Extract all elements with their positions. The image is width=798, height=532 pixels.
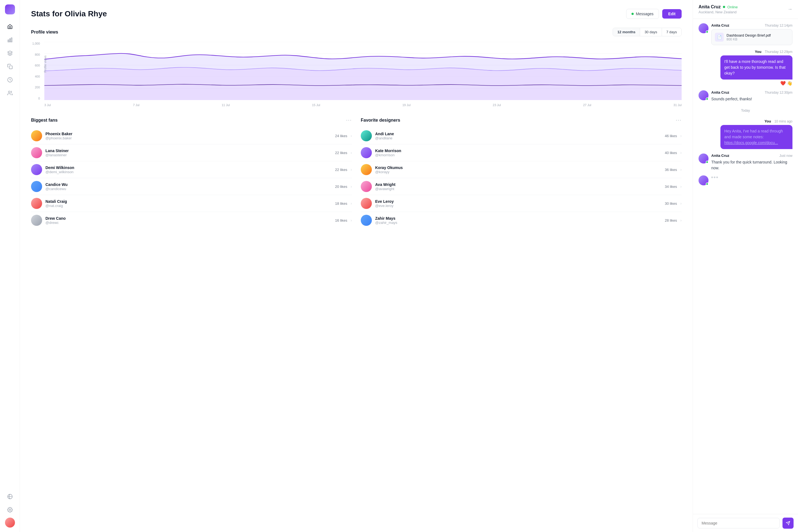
chevron-icon[interactable]: › [350,167,352,172]
chart-svg-area: Profile views [44,42,682,100]
chat-user-name: Anita Cruz Online [699,4,738,10]
profile-views-section: Profile views 12 months 30 days 7 days 1… [31,28,682,108]
sidebar-item-home[interactable] [4,21,16,32]
chevron-icon[interactable]: › [680,167,682,172]
designer-handle: @eve.leroy [375,204,665,208]
chevron-icon[interactable]: › [350,201,352,206]
edit-button[interactable]: Edit [662,9,682,19]
chart-title: Profile views [31,30,58,35]
designer-likes: 36 likes [665,168,677,172]
designer-name: Kate Morrison [375,149,665,153]
designer-name: Ava Wright [375,182,665,187]
chevron-icon[interactable]: › [680,184,682,189]
fan-likes: 20 likes [335,185,347,189]
sidebar-item-copy[interactable] [4,61,16,72]
avatar [31,147,42,158]
avatar [31,130,42,141]
avatar [361,130,372,141]
app-logo[interactable] [5,4,15,14]
avatar [31,181,42,192]
fan-name: Demi Wilkinson [45,166,335,170]
message-text: Sounds perfect, thanks! [711,96,793,102]
sidebar-item-ball[interactable] [4,491,16,502]
list-item: Kate Morrison @kmorrison 40 likes › [361,144,682,161]
chat-header: Anita Cruz Online Auckland, New Zealand … [693,0,798,19]
sidebar-item-analytics[interactable] [4,34,16,45]
message-group: Anita Cruz Thursday 12:14pm 📄 Dashboard … [699,23,793,45]
message-time: Thursday 12:14pm [765,23,793,27]
chat-location: Auckland, New Zealand [699,10,738,14]
sender-name: Anita Cruz [711,153,729,158]
chat-user-info: Anita Cruz Online Auckland, New Zealand [699,4,738,14]
avatar [31,198,42,209]
message-group: Anita Cruz Just now Thank you for the qu… [699,153,793,171]
favorite-designers-more[interactable]: ··· [676,117,682,123]
designer-handle: @kmorrison [375,153,665,157]
biggest-fans-more[interactable]: ··· [346,117,352,123]
file-attachment[interactable]: 📄 Dashboard Design Brief.pdf 800 KB [711,29,793,45]
chevron-icon[interactable]: › [680,134,682,138]
message-group: Anita Cruz Thursday 12:30pm Sounds perfe… [699,90,793,102]
chat-divider: Today [699,107,793,115]
designer-likes: 40 likes [665,151,677,155]
list-item: Eve Leroy @eve.leroy 30 likes › [361,195,682,212]
chevron-icon[interactable]: › [350,184,352,189]
biggest-fans-section: Biggest fans ··· Phoenix Baker @phoenix.… [31,117,352,229]
sender-name: You [764,119,771,123]
chevron-icon[interactable]: › [680,201,682,206]
message-reactions: ❤️ 👋 [780,81,793,86]
fan-handle: @nat.craig [45,204,335,208]
avatar [361,147,372,158]
message-link[interactable]: https://docs.google.com/docu... [724,140,778,145]
message-group: You 10 mins ago Hey Anita, I've had a re… [699,119,793,149]
sender-name: Anita Cruz [711,23,729,27]
messages-label: Messages [636,12,654,16]
chat-expand-icon[interactable]: → [787,6,793,12]
chart-y-labels: 1,000 800 600 400 200 0 [31,42,42,100]
user-avatar[interactable] [5,518,15,528]
online-indicator [706,161,708,164]
designer-handle: @zahir_mays [375,221,665,225]
chevron-icon[interactable]: › [350,150,352,155]
sidebar-item-layers[interactable] [4,48,16,59]
sidebar-item-settings[interactable] [4,504,16,515]
filter-7days[interactable]: 7 days [662,28,681,36]
list-item: Demi Wilkinson @demi_wilkinson 22 likes … [31,161,352,178]
file-icon: 📄 [715,33,724,41]
filter-30days[interactable]: 30 days [640,28,662,36]
sender-name: Anita Cruz [711,90,729,94]
filter-12months[interactable]: 12 months [613,28,640,36]
sidebar-item-users[interactable] [4,88,16,99]
message-input[interactable] [698,518,780,528]
message-time: Thursday 12:29pm [765,50,793,54]
page-header: Stats for Olivia Rhye Messages Edit [31,9,682,19]
avatar [361,198,372,209]
fan-likes: 22 likes [335,168,347,172]
fan-handle: @phoenix.baker [45,136,335,140]
designer-handle: @andilane [375,136,665,140]
chevron-icon[interactable]: › [350,218,352,223]
list-item: Ava Wright @avawright 34 likes › [361,178,682,195]
list-item: Natali Craig @nat.craig 18 likes › [31,195,352,212]
fan-likes: 24 likes [335,134,347,138]
avatar [361,164,372,175]
chevron-icon[interactable]: › [680,218,682,223]
list-item: Phoenix Baker @phoenix.baker 24 likes › [31,128,352,144]
svg-rect-1 [10,39,10,42]
list-item: Drew Cano @drewc 16 likes › [31,212,352,229]
header-actions: Messages Edit [626,9,682,19]
chevron-icon[interactable]: › [680,150,682,155]
avatar [699,90,708,100]
fan-handle: @demi_wilkinson [45,170,335,174]
sidebar-item-clock[interactable] [4,74,16,86]
messages-button[interactable]: Messages [626,9,659,19]
designer-likes: 30 likes [665,202,677,206]
fan-likes: 16 likes [335,218,347,223]
chart-area: 1,000 800 600 400 200 0 Profile views [31,42,682,108]
file-name: Dashboard Design Brief.pdf [726,33,771,37]
send-button[interactable] [782,518,794,529]
favorite-designers-header: Favorite designers ··· [361,117,682,123]
chevron-icon[interactable]: › [350,134,352,138]
favorite-designers-section: Favorite designers ··· Andi Lane @andila… [361,117,682,229]
biggest-fans-title: Biggest fans [31,118,58,123]
